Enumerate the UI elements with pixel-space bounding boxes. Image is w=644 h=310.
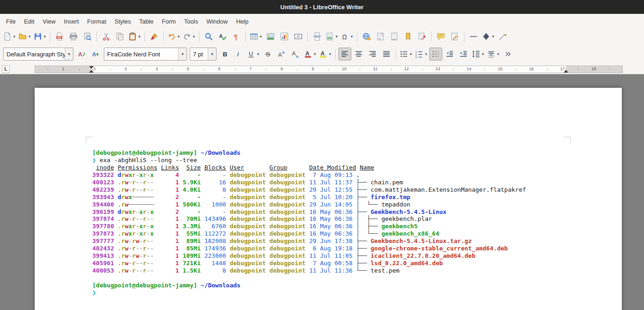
menu-view[interactable]: View — [38, 15, 60, 28]
dropdown-arrow-icon[interactable]: ▾ — [335, 34, 338, 39]
export-pdf-button[interactable]: PDF — [53, 30, 66, 43]
menu-form[interactable]: Form — [157, 15, 180, 28]
superscript-button[interactable]: Ab — [275, 48, 288, 61]
cut-button[interactable] — [100, 30, 113, 43]
chevron-down-icon[interactable]: ▾ — [178, 48, 187, 60]
align-justify-button[interactable] — [380, 48, 393, 61]
redo-button[interactable]: ▾ — [182, 30, 196, 43]
insert-endnote-button[interactable]: i — [388, 30, 401, 43]
menu-help[interactable]: Help — [232, 15, 253, 28]
no-list-button[interactable] — [429, 48, 442, 61]
dropdown-arrow-icon[interactable]: ▾ — [138, 34, 141, 39]
dropdown-arrow-icon[interactable]: ▾ — [192, 34, 196, 39]
strikethrough-button[interactable]: S — [261, 48, 274, 61]
insert-textbox-button[interactable]: A — [292, 30, 305, 43]
dropdown-arrow-icon[interactable]: ▾ — [256, 52, 260, 56]
horizontal-ruler[interactable]: 123456789101112131415161718 — [35, 66, 623, 73]
dropdown-arrow-icon[interactable]: ▾ — [409, 52, 413, 56]
insert-image-button[interactable] — [264, 30, 277, 43]
insert-cross-reference-button[interactable] — [415, 30, 428, 43]
subscript-button[interactable]: Ab — [289, 48, 302, 61]
insert-footnote-button[interactable]: 1 — [374, 30, 387, 43]
dropdown-arrow-icon[interactable]: ▾ — [43, 34, 47, 39]
dropdown-arrow-icon[interactable]: ▾ — [259, 34, 263, 39]
align-right-button[interactable] — [366, 48, 379, 61]
menu-tools[interactable]: Tools — [180, 15, 202, 28]
print-button[interactable] — [67, 30, 80, 43]
new-document-button[interactable]: ▾ — [2, 30, 17, 43]
insert-page-break-button[interactable] — [311, 30, 324, 43]
svg-text:A: A — [92, 51, 96, 58]
menu-window[interactable]: Window — [202, 15, 232, 28]
font-color-button[interactable]: A▾ — [303, 48, 317, 61]
font-size-combo[interactable]: 7 pt▾ — [190, 48, 217, 61]
font-name-combo[interactable]: FiraCode Nerd Font▾ — [104, 48, 187, 61]
dropdown-arrow-icon[interactable]: ▾ — [12, 34, 16, 39]
formatting-marks-button[interactable]: ¶ — [230, 30, 243, 43]
dropdown-arrow-icon[interactable]: ▾ — [177, 34, 181, 39]
paragraph-style-combo[interactable]: Default Paragraph Style▾ — [3, 48, 73, 61]
underline-button[interactable]: U▾ — [246, 48, 260, 61]
basic-shapes-button[interactable]: ▾ — [481, 30, 495, 43]
find-and-replace-button[interactable] — [202, 30, 215, 43]
insert-field-button[interactable]: ▾ — [325, 30, 339, 43]
dropdown-arrow-icon[interactable]: ▾ — [328, 52, 332, 56]
align-center-button[interactable] — [352, 48, 365, 61]
ruler-number: 12 — [403, 67, 411, 71]
paste-button[interactable]: ▾ — [127, 30, 142, 43]
insert-special-character-button[interactable]: Ω▾ — [340, 30, 354, 43]
update-style-button[interactable]: A — [75, 48, 88, 61]
insert-line-button[interactable] — [496, 30, 509, 43]
document-text[interactable]: [debugpoint@debugpoint-jammy] ~/Download… — [92, 149, 526, 297]
open-file-button[interactable]: ▾ — [18, 30, 32, 43]
copy-button[interactable] — [114, 30, 126, 43]
tab-stop-selector[interactable]: L — [2, 65, 10, 73]
insert-chart-button[interactable] — [278, 30, 291, 43]
dropdown-arrow-icon[interactable]: ▾ — [424, 52, 428, 56]
dropdown-arrow-icon[interactable]: ▾ — [313, 52, 317, 56]
menu-edit[interactable]: Edit — [20, 15, 38, 28]
increase-indent-button[interactable] — [457, 48, 470, 61]
menu-file[interactable]: File — [2, 15, 20, 28]
dropdown-arrow-icon[interactable]: ▾ — [496, 52, 500, 56]
spelling-button[interactable]: A — [216, 30, 229, 43]
ruler-number: 9 — [309, 67, 317, 71]
ordered-list-button[interactable]: 1.2.3.▾ — [414, 48, 428, 61]
save-button[interactable]: ▾ — [33, 30, 47, 43]
menu-styles[interactable]: Styles — [110, 15, 135, 28]
insert-table-button[interactable]: ▾ — [249, 30, 263, 43]
clone-formatting-button[interactable] — [148, 30, 161, 43]
document-area[interactable]: [debugpoint@debugpoint-jammy] ~/Download… — [0, 74, 644, 310]
insert-comment-button[interactable] — [434, 30, 447, 43]
dropdown-arrow-icon[interactable]: ▾ — [28, 34, 31, 39]
undo-button[interactable]: ▾ — [167, 30, 181, 43]
track-changes-button[interactable] — [448, 30, 461, 43]
line-spacing-button[interactable]: ▾ — [471, 48, 485, 61]
unordered-list-button[interactable]: ▾ — [399, 48, 413, 61]
dropdown-arrow-icon[interactable]: ▾ — [491, 34, 495, 39]
chevron-down-icon[interactable]: ▾ — [208, 48, 216, 60]
highlighting-color-button[interactable]: A▾ — [318, 48, 332, 61]
left-indent-marker[interactable] — [89, 70, 94, 73]
italic-button[interactable]: I — [232, 48, 245, 61]
insert-horizontal-line-button[interactable] — [467, 30, 480, 43]
insert-hyperlink-button[interactable] — [360, 30, 373, 43]
chevron-down-icon[interactable]: ▾ — [65, 48, 73, 60]
menu-table[interactable]: Table — [135, 15, 157, 28]
toolbar-overflow-button[interactable] — [501, 48, 514, 61]
menu-format[interactable]: Format — [83, 15, 110, 28]
page[interactable]: [debugpoint@debugpoint-jammy] ~/Download… — [35, 88, 622, 310]
right-indent-marker[interactable] — [564, 70, 568, 73]
insert-bookmark-button[interactable] — [402, 30, 415, 43]
titlebar[interactable]: Untitled 3 - LibreOffice Writer — [0, 0, 644, 14]
new-style-button[interactable]: A — [89, 48, 102, 61]
decrease-indent-button[interactable] — [443, 48, 456, 61]
print-preview-button[interactable] — [81, 30, 94, 43]
bold-button[interactable]: B — [218, 48, 231, 61]
paragraph-spacing-button[interactable]: ▾ — [486, 48, 500, 61]
dropdown-arrow-icon[interactable]: ▾ — [481, 52, 485, 56]
menu-insert[interactable]: Insert — [60, 15, 83, 28]
dropdown-arrow-icon[interactable]: ▾ — [350, 34, 354, 39]
first-line-indent-marker[interactable] — [89, 66, 94, 69]
align-left-button[interactable] — [338, 48, 351, 61]
